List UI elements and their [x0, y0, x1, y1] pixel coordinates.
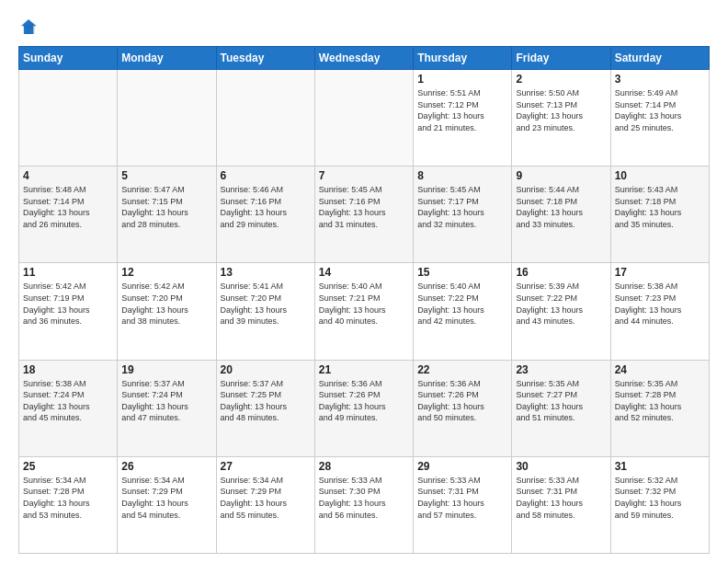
- day-info: Sunrise: 5:37 AM Sunset: 7:25 PM Dayligh…: [221, 378, 311, 424]
- day-info: Sunrise: 5:32 AM Sunset: 7:32 PM Dayligh…: [615, 475, 705, 521]
- day-number: 28: [319, 460, 409, 473]
- day-info: Sunrise: 5:50 AM Sunset: 7:13 PM Dayligh…: [516, 87, 606, 133]
- day-info: Sunrise: 5:48 AM Sunset: 7:14 PM Dayligh…: [23, 184, 113, 230]
- week-row-3: 11Sunrise: 5:42 AM Sunset: 7:19 PM Dayli…: [19, 263, 710, 360]
- day-number: 12: [121, 266, 211, 279]
- weekday-wednesday: Wednesday: [314, 47, 413, 70]
- day-number: 1: [417, 73, 507, 86]
- day-info: Sunrise: 5:39 AM Sunset: 7:22 PM Dayligh…: [516, 281, 606, 327]
- day-cell: 5Sunrise: 5:47 AM Sunset: 7:15 PM Daylig…: [118, 167, 216, 263]
- week-row-4: 18Sunrise: 5:38 AM Sunset: 7:24 PM Dayli…: [19, 360, 710, 456]
- day-info: Sunrise: 5:36 AM Sunset: 7:26 PM Dayligh…: [319, 378, 409, 424]
- day-number: 25: [23, 460, 113, 473]
- day-cell: 13Sunrise: 5:41 AM Sunset: 7:20 PM Dayli…: [216, 263, 314, 360]
- day-info: Sunrise: 5:43 AM Sunset: 7:18 PM Dayligh…: [615, 184, 705, 230]
- day-cell: 7Sunrise: 5:45 AM Sunset: 7:16 PM Daylig…: [314, 167, 413, 263]
- day-number: 19: [121, 363, 211, 376]
- day-cell: 31Sunrise: 5:32 AM Sunset: 7:32 PM Dayli…: [610, 456, 709, 553]
- day-number: 17: [615, 266, 705, 279]
- day-number: 10: [615, 169, 705, 182]
- day-cell: 24Sunrise: 5:35 AM Sunset: 7:28 PM Dayli…: [610, 360, 709, 456]
- day-info: Sunrise: 5:42 AM Sunset: 7:19 PM Dayligh…: [23, 281, 113, 327]
- day-info: Sunrise: 5:36 AM Sunset: 7:26 PM Dayligh…: [417, 378, 507, 424]
- day-number: 5: [121, 169, 211, 182]
- week-row-5: 25Sunrise: 5:34 AM Sunset: 7:28 PM Dayli…: [19, 456, 710, 553]
- day-info: Sunrise: 5:37 AM Sunset: 7:24 PM Dayligh…: [121, 378, 211, 424]
- day-cell: 4Sunrise: 5:48 AM Sunset: 7:14 PM Daylig…: [19, 167, 118, 263]
- day-number: 18: [23, 363, 113, 376]
- day-info: Sunrise: 5:49 AM Sunset: 7:14 PM Dayligh…: [615, 87, 705, 133]
- day-info: Sunrise: 5:40 AM Sunset: 7:22 PM Dayligh…: [417, 281, 507, 327]
- day-cell: 20Sunrise: 5:37 AM Sunset: 7:25 PM Dayli…: [216, 360, 314, 456]
- day-cell: [314, 70, 413, 167]
- day-cell: 21Sunrise: 5:36 AM Sunset: 7:26 PM Dayli…: [314, 360, 413, 456]
- day-info: Sunrise: 5:33 AM Sunset: 7:30 PM Dayligh…: [319, 475, 409, 521]
- day-cell: [118, 70, 216, 167]
- day-cell: 22Sunrise: 5:36 AM Sunset: 7:26 PM Dayli…: [414, 360, 512, 456]
- day-info: Sunrise: 5:45 AM Sunset: 7:17 PM Dayligh…: [417, 184, 507, 230]
- weekday-header-row: SundayMondayTuesdayWednesdayThursdayFrid…: [19, 47, 710, 70]
- day-info: Sunrise: 5:34 AM Sunset: 7:28 PM Dayligh…: [23, 475, 113, 521]
- day-number: 22: [417, 363, 507, 376]
- day-number: 8: [417, 169, 507, 182]
- day-info: Sunrise: 5:42 AM Sunset: 7:20 PM Dayligh…: [121, 281, 211, 327]
- logo: [18, 17, 42, 37]
- day-cell: 14Sunrise: 5:40 AM Sunset: 7:21 PM Dayli…: [314, 263, 413, 360]
- day-cell: 8Sunrise: 5:45 AM Sunset: 7:17 PM Daylig…: [414, 167, 512, 263]
- day-number: 7: [319, 169, 409, 182]
- day-cell: 3Sunrise: 5:49 AM Sunset: 7:14 PM Daylig…: [610, 70, 709, 167]
- weekday-monday: Monday: [118, 47, 216, 70]
- day-number: 23: [516, 363, 606, 376]
- day-cell: 28Sunrise: 5:33 AM Sunset: 7:30 PM Dayli…: [314, 456, 413, 553]
- day-info: Sunrise: 5:44 AM Sunset: 7:18 PM Dayligh…: [516, 184, 606, 230]
- day-number: 31: [615, 460, 705, 473]
- day-cell: 12Sunrise: 5:42 AM Sunset: 7:20 PM Dayli…: [118, 263, 216, 360]
- day-info: Sunrise: 5:46 AM Sunset: 7:16 PM Dayligh…: [221, 184, 311, 230]
- day-info: Sunrise: 5:34 AM Sunset: 7:29 PM Dayligh…: [221, 475, 311, 521]
- day-info: Sunrise: 5:33 AM Sunset: 7:31 PM Dayligh…: [417, 475, 507, 521]
- weekday-friday: Friday: [512, 47, 610, 70]
- day-number: 24: [615, 363, 705, 376]
- day-number: 15: [417, 266, 507, 279]
- day-number: 9: [516, 169, 606, 182]
- day-cell: [216, 70, 314, 167]
- header: [18, 17, 710, 37]
- day-number: 3: [615, 73, 705, 86]
- day-number: 29: [417, 460, 507, 473]
- day-info: Sunrise: 5:35 AM Sunset: 7:28 PM Dayligh…: [615, 378, 705, 424]
- day-cell: 11Sunrise: 5:42 AM Sunset: 7:19 PM Dayli…: [19, 263, 118, 360]
- day-cell: 25Sunrise: 5:34 AM Sunset: 7:28 PM Dayli…: [19, 456, 118, 553]
- day-number: 27: [221, 460, 311, 473]
- day-number: 21: [319, 363, 409, 376]
- day-number: 16: [516, 266, 606, 279]
- day-number: 4: [23, 169, 113, 182]
- day-cell: 17Sunrise: 5:38 AM Sunset: 7:23 PM Dayli…: [610, 263, 709, 360]
- day-info: Sunrise: 5:34 AM Sunset: 7:29 PM Dayligh…: [121, 475, 211, 521]
- day-info: Sunrise: 5:35 AM Sunset: 7:27 PM Dayligh…: [516, 378, 606, 424]
- day-number: 26: [121, 460, 211, 473]
- weekday-sunday: Sunday: [19, 47, 118, 70]
- day-cell: 1Sunrise: 5:51 AM Sunset: 7:12 PM Daylig…: [414, 70, 512, 167]
- day-cell: 23Sunrise: 5:35 AM Sunset: 7:27 PM Dayli…: [512, 360, 610, 456]
- day-info: Sunrise: 5:41 AM Sunset: 7:20 PM Dayligh…: [221, 281, 311, 327]
- day-info: Sunrise: 5:47 AM Sunset: 7:15 PM Dayligh…: [121, 184, 211, 230]
- day-cell: 15Sunrise: 5:40 AM Sunset: 7:22 PM Dayli…: [414, 263, 512, 360]
- page: SundayMondayTuesdayWednesdayThursdayFrid…: [0, 0, 728, 563]
- weekday-thursday: Thursday: [414, 47, 512, 70]
- day-cell: 2Sunrise: 5:50 AM Sunset: 7:13 PM Daylig…: [512, 70, 610, 167]
- day-info: Sunrise: 5:40 AM Sunset: 7:21 PM Dayligh…: [319, 281, 409, 327]
- day-number: 20: [221, 363, 311, 376]
- day-cell: 30Sunrise: 5:33 AM Sunset: 7:31 PM Dayli…: [512, 456, 610, 553]
- week-row-1: 1Sunrise: 5:51 AM Sunset: 7:12 PM Daylig…: [19, 70, 710, 167]
- weekday-saturday: Saturday: [610, 47, 709, 70]
- day-cell: 9Sunrise: 5:44 AM Sunset: 7:18 PM Daylig…: [512, 167, 610, 263]
- week-row-2: 4Sunrise: 5:48 AM Sunset: 7:14 PM Daylig…: [19, 167, 710, 263]
- day-info: Sunrise: 5:45 AM Sunset: 7:16 PM Dayligh…: [319, 184, 409, 230]
- day-cell: 18Sunrise: 5:38 AM Sunset: 7:24 PM Dayli…: [19, 360, 118, 456]
- day-info: Sunrise: 5:33 AM Sunset: 7:31 PM Dayligh…: [516, 475, 606, 521]
- day-number: 11: [23, 266, 113, 279]
- day-number: 30: [516, 460, 606, 473]
- day-cell: 19Sunrise: 5:37 AM Sunset: 7:24 PM Dayli…: [118, 360, 216, 456]
- day-number: 13: [221, 266, 311, 279]
- day-cell: 27Sunrise: 5:34 AM Sunset: 7:29 PM Dayli…: [216, 456, 314, 553]
